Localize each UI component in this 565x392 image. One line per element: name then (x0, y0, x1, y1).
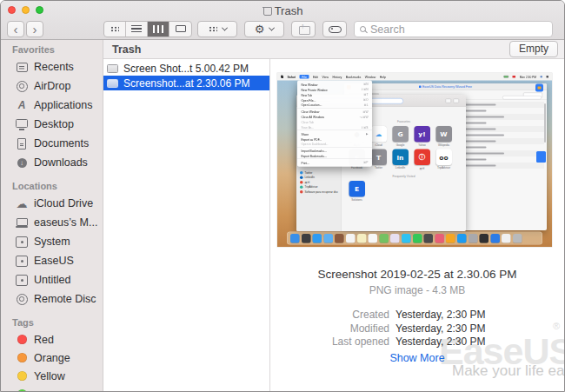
dock-icon (379, 234, 389, 243)
show-more-link[interactable]: Show More (270, 352, 564, 364)
sidebar-item[interactable]: Documents (1, 134, 103, 153)
tag-color-dot (17, 371, 27, 381)
battery-icon (504, 76, 509, 78)
metadata-label: Created (270, 309, 389, 322)
thumb-recovery-title: EaseUS Data Recovery Wizard Free (422, 85, 472, 89)
tag-label: Red (34, 334, 54, 346)
sidebar-item-icon (15, 156, 29, 169)
share-icon (299, 23, 309, 35)
tag-color-dot (17, 389, 27, 391)
sidebar-item-label: iCloud Drive (34, 197, 93, 209)
sidebar-tag-item[interactable] (1, 385, 103, 391)
sidebar-item[interactable]: System (1, 232, 103, 251)
sidebar-tag-item[interactable]: Orange (1, 349, 103, 367)
sidebar-item[interactable]: easeus’s M... (1, 213, 103, 232)
sidebar-tag-item[interactable]: Red (1, 330, 103, 349)
dock-icon (313, 234, 322, 243)
sidebar-tag-item[interactable]: Yellow (1, 367, 103, 385)
tag-label: Orange (34, 352, 70, 364)
tag-button[interactable] (322, 21, 347, 37)
sidebar-item[interactable]: Recents (1, 57, 103, 76)
sidebar-item-icon (15, 236, 29, 249)
metadata-row: Last opened Yesterday, 2:30 PM (270, 336, 564, 349)
metadata-row: Created Yesterday, 2:30 PM (270, 309, 564, 322)
sidebar-item[interactable]: Downloads (1, 153, 103, 172)
sidebar-item-icon (15, 118, 29, 131)
file-list-column: Screen Shot...t 5.00.42 PM Screenshot...… (103, 59, 270, 391)
thumb-file-menu-item: Export Bookmarks... (297, 154, 372, 160)
dock-icon (502, 234, 511, 243)
sidebar-item-label: AirDrop (34, 80, 70, 92)
sidebar-section-tags: Tags (1, 315, 103, 330)
sidebar-item[interactable]: Remote Disc (1, 289, 103, 309)
preview-metadata: Created Yesterday, 2:30 PM Modified Yest… (270, 309, 564, 349)
sidebar-item-label: Documents (34, 137, 89, 149)
sidebar-item[interactable]: Desktop (1, 115, 103, 134)
action-button[interactable]: ⚙ (244, 21, 284, 37)
sidebar-item-icon (15, 99, 29, 112)
file-thumbnail-icon (107, 64, 118, 73)
group-by-button[interactable] (197, 21, 237, 37)
dock-icon (424, 234, 434, 243)
sidebar-item-label: Recents (34, 61, 74, 73)
search-icon (360, 26, 366, 32)
sidebar-item-label: Remote Disc (34, 293, 96, 305)
sidebar-item-label: Downloads (34, 156, 88, 169)
metadata-row: Modified Yesterday, 2:30 PM (270, 322, 564, 336)
back-button[interactable]: ‹ (7, 21, 24, 37)
frequently-visited-tile: E Solutions (349, 181, 365, 201)
sidebar-item-label: EaseUS (34, 255, 74, 267)
thumb-file-menu-item: Print... ⌘P (297, 160, 372, 165)
favorite-site-tile: T Twitter (370, 149, 387, 171)
search-input[interactable] (370, 23, 547, 36)
chevron-down-icon (269, 25, 275, 31)
dock-icon (413, 234, 422, 243)
preview-filename: Screenshot 2019-02-25 at 2.30.06 PM (270, 268, 564, 281)
sidebar-item[interactable]: EaseUS (1, 251, 103, 270)
file-row[interactable]: Screen Shot...t 5.00.42 PM (103, 61, 269, 76)
frequently-visited-label: Frequently Visited (342, 175, 466, 178)
sidebar-item-icon (15, 255, 29, 268)
sidebar-item[interactable]: iCloud Drive (1, 194, 103, 213)
column-view-button[interactable] (148, 22, 170, 37)
thumb-favorite-link: Software para recuperar disc (296, 189, 342, 195)
preview-image-desktop: Safari File Edit View History (277, 73, 552, 247)
thumb-file-menu-item: Open Location... ⌘L (297, 103, 372, 109)
favorite-site-tile: in LinkedIn (392, 149, 409, 171)
watermark-tagline: Make your life easy! (452, 362, 564, 380)
sidebar-item[interactable]: Applications (1, 96, 103, 115)
gallery-view-button[interactable] (170, 22, 191, 37)
sidebar-item-icon (15, 137, 29, 150)
sidebar-item[interactable]: AirDrop (1, 76, 103, 96)
sidebar-item[interactable]: Untitled (1, 270, 103, 289)
empty-trash-button[interactable]: Empty (509, 41, 558, 57)
metadata-value: Yesterday, 2:30 PM (396, 336, 485, 349)
chevron-down-icon (221, 25, 227, 31)
forward-button[interactable]: › (26, 21, 43, 37)
list-view-button[interactable] (126, 22, 148, 37)
sidebar-item-icon (15, 274, 29, 287)
trash-proxy-icon (263, 6, 271, 16)
scrollbar (544, 103, 546, 143)
metadata-value: Yesterday, 2:30 PM (396, 309, 485, 322)
apple-menu-icon (281, 76, 283, 79)
gallery-view-icon (176, 25, 186, 34)
search-field[interactable] (354, 21, 553, 37)
dock-icon (390, 234, 400, 243)
tag-label: Yellow (34, 370, 65, 382)
dock-icon (469, 234, 478, 243)
thumb-menu-bar: Safari File Edit View History (277, 73, 552, 81)
thumb-menu-item: File (300, 75, 309, 79)
icon-view-button[interactable] (104, 22, 126, 37)
share-button[interactable] (291, 21, 316, 37)
tag-color-dot (17, 335, 27, 344)
file-row[interactable]: Screenshot...at 2.30.06 PM (103, 76, 269, 90)
finder-window: Trash ‹ › ⚙ Favorites (0, 0, 565, 392)
gear-icon: ⚙ (255, 23, 265, 35)
thumb-menu-item: Edit (313, 76, 318, 79)
thumb-menu-item: Help (380, 76, 386, 79)
dock-icon (323, 234, 333, 243)
sidebar-item-icon (15, 197, 29, 210)
easeus-desktop-icon (535, 84, 543, 92)
sidebar-item-label: Desktop (34, 118, 74, 130)
